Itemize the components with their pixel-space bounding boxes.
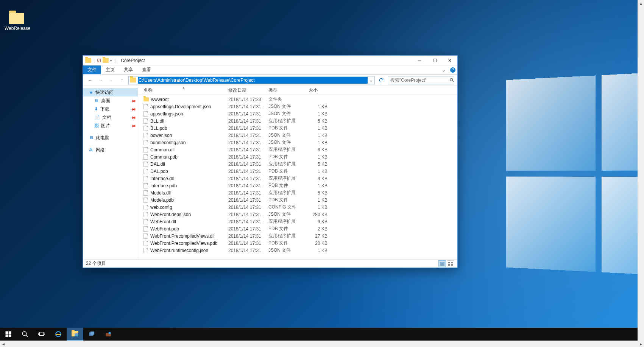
file-row[interactable]: WebFront.pdb2018/1/14 17:31PDB 文件2 KB	[138, 225, 457, 232]
file-row[interactable]: Common.dll2018/1/14 17:31应用程序扩展6 KB	[138, 146, 457, 153]
file-list[interactable]: wwwroot2018/1/14 17:23文件夹appsettings.Dev…	[138, 95, 457, 259]
file-row[interactable]: appsettings.json2018/1/14 17:31JSON 文件1 …	[138, 110, 457, 117]
qat-properties-icon[interactable]: ☑	[97, 58, 101, 63]
sidebar-item-downloads[interactable]: ⬇下载📌	[88, 105, 138, 113]
sidebar-item-label: 文档	[102, 114, 111, 121]
file-size: 1 KB	[306, 154, 330, 160]
file-row[interactable]: WebFront.PrecompiledViews.pdb2018/1/14 1…	[138, 240, 457, 247]
file-row[interactable]: web.config2018/1/14 17:31CONFIG 文件1 KB	[138, 204, 457, 211]
sidebar-item-network[interactable]: 🖧网络	[83, 146, 138, 154]
file-row[interactable]: WebFront.deps.json2018/1/14 17:31JSON 文件…	[138, 211, 457, 218]
svg-rect-9	[9, 335, 11, 337]
view-icons-button[interactable]	[447, 260, 454, 267]
column-name[interactable]: 名称▲	[141, 87, 226, 93]
file-row[interactable]: bundleconfig.json2018/1/14 17:31JSON 文件1…	[138, 139, 457, 146]
file-name: web.config	[150, 205, 172, 210]
column-type[interactable]: 类型	[266, 87, 306, 93]
pin-icon: 📌	[130, 123, 136, 129]
column-date[interactable]: 修改日期	[226, 87, 266, 93]
file-row[interactable]: bower.json2018/1/14 17:31JSON 文件1 KB	[138, 132, 457, 139]
address-input[interactable]	[138, 77, 368, 84]
file-type: JSON 文件	[266, 110, 306, 117]
sidebar-item-quickaccess[interactable]: ★ 快速访问	[83, 88, 138, 96]
titlebar[interactable]: | ☑ ▾ | CoreProject ─ ☐ ✕	[83, 56, 457, 65]
file-row[interactable]: Interface.pdb2018/1/14 17:31PDB 文件1 KB	[138, 182, 457, 189]
file-row[interactable]: WebFront.runtimeconfig.json2018/1/14 17:…	[138, 247, 457, 254]
search-box[interactable]	[388, 76, 454, 84]
refresh-button[interactable]	[377, 76, 385, 84]
file-size: 6 KB	[306, 147, 330, 152]
file-row[interactable]: Models.pdb2018/1/14 17:31PDB 文件1 KB	[138, 196, 457, 204]
sidebar-item-label: 桌面	[101, 98, 110, 104]
scroll-right-icon[interactable]: ▸	[638, 341, 644, 347]
tab-file[interactable]: 文件	[83, 65, 101, 74]
tab-home[interactable]: 主页	[101, 65, 119, 74]
taskbar[interactable]	[0, 328, 638, 341]
address-bar[interactable]: ⌄	[128, 76, 375, 84]
column-size[interactable]: 大小	[306, 87, 330, 93]
file-date: 2018/1/14 17:31	[226, 147, 266, 152]
view-details-button[interactable]	[438, 260, 446, 267]
scroll-left-icon[interactable]: ◂	[0, 341, 6, 347]
recent-dropdown-icon[interactable]: ⌄	[107, 76, 115, 84]
back-button[interactable]: ←	[86, 76, 94, 84]
file-row[interactable]: Common.pdb2018/1/14 17:31PDB 文件1 KB	[138, 153, 457, 160]
file-date: 2018/1/14 17:31	[226, 111, 266, 117]
browser-vscrollbar[interactable]: ▴ ▾	[638, 0, 644, 347]
taskbar-ie[interactable]	[50, 328, 67, 341]
file-type: 应用程序扩展	[266, 190, 306, 196]
start-button[interactable]	[0, 328, 17, 341]
sidebar-item-label: 下载	[100, 106, 109, 112]
file-row[interactable]: WebFront.dll2018/1/14 17:31应用程序扩展9 KB	[138, 218, 457, 225]
file-row[interactable]: WebFront.PrecompiledViews.dll2018/1/14 1…	[138, 232, 457, 240]
taskbar-app[interactable]	[100, 328, 117, 341]
scroll-up-icon[interactable]: ▴	[638, 0, 644, 6]
svg-rect-12	[39, 332, 44, 336]
file-row[interactable]: DAL.dll2018/1/14 17:31应用程序扩展5 KB	[138, 160, 457, 168]
file-type: PDB 文件	[266, 240, 306, 246]
nav-pane[interactable]: ★ 快速访问 🖥桌面📌 ⬇下载📌 📄文档📌 🖼图片📌 🖥此电脑 🖧网络	[83, 86, 138, 259]
file-row[interactable]: BLL.pdb2018/1/14 17:31PDB 文件1 KB	[138, 124, 457, 132]
taskbar-server-manager[interactable]	[83, 328, 100, 341]
minimize-button[interactable]: ─	[412, 56, 427, 65]
taskview-button[interactable]	[33, 328, 50, 341]
file-row[interactable]: appsettings.Development.json2018/1/14 17…	[138, 103, 457, 110]
browser-hscrollbar[interactable]: ◂ ▸	[0, 341, 644, 347]
desktop-icon-webrelease[interactable]: WebRelease	[5, 13, 29, 31]
file-name: bundleconfig.json	[150, 140, 186, 145]
file-icon	[143, 118, 148, 124]
desktop-icon: 🖥	[94, 98, 99, 103]
file-row[interactable]: BLL.dll2018/1/14 17:31应用程序扩展5 KB	[138, 117, 457, 124]
tab-share[interactable]: 共享	[119, 65, 137, 74]
help-button[interactable]: ?	[448, 65, 457, 74]
svg-rect-17	[90, 331, 94, 335]
file-name: DAL.dll	[150, 162, 165, 167]
file-row[interactable]: DAL.pdb2018/1/14 17:31PDB 文件1 KB	[138, 168, 457, 175]
svg-rect-5	[451, 264, 453, 266]
file-row[interactable]: Models.dll2018/1/14 17:31应用程序扩展5 KB	[138, 189, 457, 196]
file-row[interactable]: Interface.dll2018/1/14 17:31应用程序扩展4 KB	[138, 175, 457, 182]
search-input[interactable]	[388, 77, 449, 84]
file-name: WebFront.runtimeconfig.json	[150, 248, 208, 253]
up-button[interactable]: ↑	[118, 76, 126, 84]
sidebar-item-desktop[interactable]: 🖥桌面📌	[88, 96, 138, 105]
sidebar-item-documents[interactable]: 📄文档📌	[88, 113, 138, 121]
sidebar-item-pictures[interactable]: 🖼图片📌	[88, 121, 138, 130]
file-row[interactable]: wwwroot2018/1/14 17:23文件夹	[138, 96, 457, 103]
file-date: 2018/1/14 17:31	[226, 205, 266, 210]
search-button[interactable]	[17, 328, 33, 341]
qat-dropdown-icon[interactable]: ▾	[110, 59, 112, 62]
close-button[interactable]: ✕	[442, 56, 457, 65]
file-size: 1 KB	[306, 111, 330, 117]
folder-icon	[85, 58, 91, 63]
ribbon-expand-icon[interactable]: ⌄	[439, 65, 448, 74]
address-dropdown-icon[interactable]: ⌄	[368, 78, 374, 83]
tab-view[interactable]: 查看	[137, 65, 156, 74]
taskbar-explorer[interactable]	[67, 328, 83, 341]
search-icon[interactable]	[449, 78, 454, 82]
maximize-button[interactable]: ☐	[427, 56, 442, 65]
desktop[interactable]: WebRelease | ☑ ▾ | CoreProject ─ ☐ ✕ 文件 …	[0, 0, 644, 347]
forward-button[interactable]: →	[97, 76, 105, 84]
sidebar-item-thispc[interactable]: 🖥此电脑	[83, 134, 138, 142]
file-size: 1 KB	[306, 169, 330, 174]
